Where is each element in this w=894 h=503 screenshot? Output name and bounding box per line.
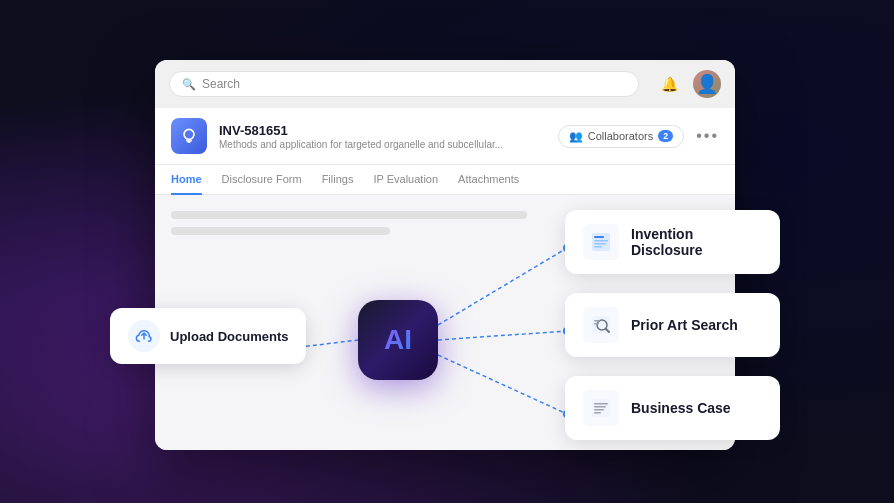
card-business-case[interactable]: Business Case (565, 376, 780, 440)
svg-line-6 (438, 331, 567, 340)
search-placeholder: Search (202, 77, 240, 91)
record-description: Methods and application for targeted org… (219, 139, 546, 150)
svg-line-8 (438, 355, 567, 414)
svg-rect-18 (594, 320, 600, 322)
svg-rect-14 (594, 246, 602, 248)
more-options-button[interactable]: ••• (696, 127, 719, 145)
record-id: INV-581651 (219, 123, 546, 138)
card-prior-art-search[interactable]: Prior Art Search (565, 293, 780, 357)
svg-rect-13 (594, 243, 606, 245)
invention-disclosure-icon (583, 224, 619, 260)
record-icon (171, 118, 207, 154)
record-header: INV-581651 Methods and application for t… (155, 108, 735, 165)
svg-rect-11 (594, 236, 604, 238)
tab-disclosure-form[interactable]: Disclosure Form (222, 165, 302, 195)
business-case-icon (583, 390, 619, 426)
upload-node[interactable]: Upload Documents (110, 308, 306, 364)
avatar[interactable]: 👤 (693, 70, 721, 98)
browser-top-bar: 🔍 Search 🔔 👤 (155, 60, 735, 108)
prior-art-label: Prior Art Search (631, 317, 738, 333)
collaborators-icon: 👥 (569, 130, 583, 143)
top-icons: 🔔 👤 (655, 70, 721, 98)
tab-attachments[interactable]: Attachments (458, 165, 519, 195)
nav-tabs: Home Disclosure Form Filings IP Evaluati… (155, 165, 735, 195)
bell-icon[interactable]: 🔔 (655, 70, 683, 98)
tab-ip-evaluation[interactable]: IP Evaluation (373, 165, 438, 195)
upload-icon (128, 320, 160, 352)
svg-rect-19 (594, 323, 599, 325)
tab-filings[interactable]: Filings (322, 165, 354, 195)
tab-home[interactable]: Home (171, 165, 202, 195)
svg-point-0 (184, 129, 194, 139)
invention-disclosure-label: Invention Disclosure (631, 226, 762, 258)
svg-rect-24 (594, 412, 601, 414)
svg-rect-12 (594, 240, 608, 242)
svg-rect-21 (594, 403, 608, 405)
svg-rect-22 (594, 406, 606, 408)
svg-rect-23 (594, 409, 604, 411)
upload-label: Upload Documents (170, 329, 288, 344)
svg-rect-10 (592, 233, 610, 251)
ai-node: AI (358, 300, 438, 380)
search-bar[interactable]: 🔍 Search (169, 71, 639, 97)
search-icon: 🔍 (182, 78, 196, 91)
svg-rect-20 (592, 399, 610, 417)
business-case-label: Business Case (631, 400, 731, 416)
collaborators-count: 2 (658, 130, 673, 142)
record-actions: 👥 Collaborators 2 ••• (558, 125, 719, 148)
record-info: INV-581651 Methods and application for t… (219, 123, 546, 150)
diagram: AI Upload Documents Invention Disclosure (100, 200, 780, 480)
card-invention-disclosure[interactable]: Invention Disclosure (565, 210, 780, 274)
svg-line-4 (438, 248, 567, 325)
collaborators-label: Collaborators (588, 130, 653, 142)
prior-art-icon (583, 307, 619, 343)
collaborators-button[interactable]: 👥 Collaborators 2 (558, 125, 684, 148)
ai-node-label: AI (384, 324, 412, 356)
